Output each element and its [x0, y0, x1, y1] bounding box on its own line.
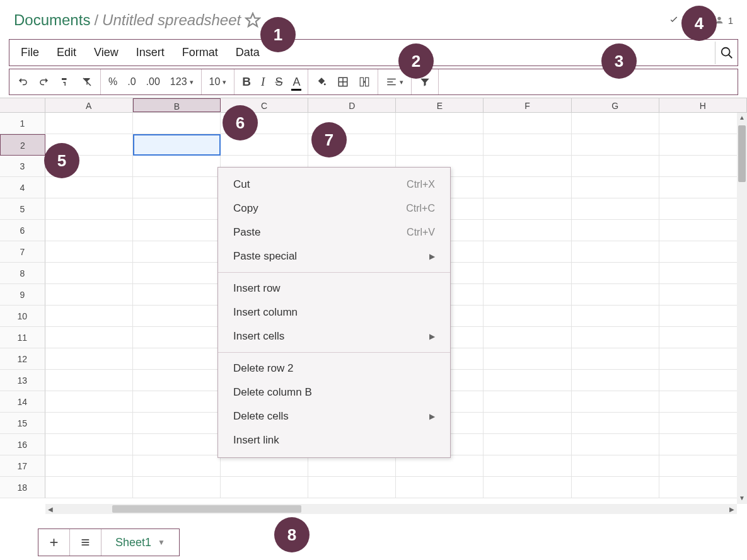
col-header-e[interactable]: E: [396, 98, 484, 112]
cell-B11[interactable]: [133, 327, 221, 348]
italic-button[interactable]: I: [256, 69, 270, 94]
font-color-button[interactable]: A: [287, 69, 305, 94]
cell-H1[interactable]: [659, 113, 747, 134]
cell-B8[interactable]: [133, 263, 221, 284]
cell-F14[interactable]: [484, 391, 571, 413]
cell-G2[interactable]: [572, 134, 659, 156]
cell-B5[interactable]: [133, 198, 221, 220]
cell-F11[interactable]: [484, 327, 571, 348]
col-header-b[interactable]: B: [133, 98, 221, 112]
font-size-select[interactable]: 10: [204, 69, 232, 94]
cell-G3[interactable]: [572, 156, 659, 177]
scroll-right-icon[interactable]: ▶: [727, 506, 737, 513]
context-cut[interactable]: CutCtrl+X: [218, 173, 450, 197]
cell-H11[interactable]: [659, 327, 747, 348]
cell-A7[interactable]: [45, 241, 133, 263]
cell-B13[interactable]: [133, 370, 221, 391]
cell-F13[interactable]: [484, 370, 571, 391]
cell-H7[interactable]: [659, 241, 747, 263]
cell-B4[interactable]: [133, 177, 221, 198]
row-header-17[interactable]: 17: [0, 455, 45, 477]
row-header-14[interactable]: 14: [0, 391, 45, 413]
horizontal-scroll-thumb[interactable]: [112, 505, 301, 513]
cell-B15[interactable]: [133, 413, 221, 434]
cell-G10[interactable]: [572, 306, 659, 327]
cell-A17[interactable]: [45, 455, 133, 477]
context-delete-cells[interactable]: Delete cells▶: [218, 404, 450, 428]
row-header-1[interactable]: 1: [0, 113, 45, 134]
cell-F5[interactable]: [484, 198, 571, 220]
cell-G7[interactable]: [572, 241, 659, 263]
cell-A11[interactable]: [45, 327, 133, 348]
cell-F10[interactable]: [484, 306, 571, 327]
cell-F16[interactable]: [484, 434, 571, 455]
row-header-11[interactable]: 11: [0, 327, 45, 348]
cell-A18[interactable]: [45, 477, 133, 498]
cell-H6[interactable]: [659, 220, 747, 241]
vertical-scrollbar[interactable]: ▲ ▼: [737, 113, 747, 504]
breadcrumb-root[interactable]: Documents: [14, 11, 90, 29]
cell-F2[interactable]: [484, 134, 571, 156]
cell-G1[interactable]: [572, 113, 659, 134]
cell-F7[interactable]: [484, 241, 571, 263]
cell-H9[interactable]: [659, 284, 747, 306]
row-header-16[interactable]: 16: [0, 434, 45, 455]
row-header-4[interactable]: 4: [0, 177, 45, 198]
cell-G13[interactable]: [572, 370, 659, 391]
chevron-down-icon[interactable]: ▼: [158, 538, 165, 547]
cell-A9[interactable]: [45, 284, 133, 306]
percent-button[interactable]: %: [103, 69, 122, 94]
context-copy[interactable]: CopyCtrl+C: [218, 197, 450, 220]
cell-A5[interactable]: [45, 198, 133, 220]
cell-G18[interactable]: [572, 477, 659, 498]
cell-E18[interactable]: [396, 477, 484, 498]
cell-B18[interactable]: [133, 477, 221, 498]
horizontal-scrollbar[interactable]: ◀ ▶: [45, 504, 737, 514]
cell-B9[interactable]: [133, 284, 221, 306]
row-header-5[interactable]: 5: [0, 198, 45, 220]
cell-B7[interactable]: [133, 241, 221, 263]
row-header-15[interactable]: 15: [0, 413, 45, 434]
row-header-10[interactable]: 10: [0, 306, 45, 327]
cell-B17[interactable]: [133, 455, 221, 477]
cell-G5[interactable]: [572, 198, 659, 220]
cell-H4[interactable]: [659, 177, 747, 198]
col-header-g[interactable]: G: [572, 98, 659, 112]
cell-F12[interactable]: [484, 348, 571, 370]
menu-view[interactable]: View: [85, 43, 127, 62]
cell-B10[interactable]: [133, 306, 221, 327]
col-header-f[interactable]: F: [484, 98, 571, 112]
context-delete-column[interactable]: Delete column B: [218, 380, 450, 404]
cell-H14[interactable]: [659, 391, 747, 413]
search-button[interactable]: [715, 42, 738, 64]
cell-G15[interactable]: [572, 413, 659, 434]
decrease-decimal-button[interactable]: .0: [122, 69, 141, 94]
cell-B6[interactable]: [133, 220, 221, 241]
scroll-left-icon[interactable]: ◀: [45, 506, 55, 513]
borders-button[interactable]: [332, 69, 354, 94]
merge-cells-button[interactable]: [354, 69, 375, 94]
cell-F18[interactable]: [484, 477, 571, 498]
clear-format-button[interactable]: [76, 69, 98, 94]
vertical-scroll-thumb[interactable]: [738, 125, 746, 182]
cell-A10[interactable]: [45, 306, 133, 327]
context-paste-special[interactable]: Paste special▶: [218, 244, 450, 268]
row-header-2[interactable]: 2: [0, 134, 45, 156]
sheet-tab-1[interactable]: Sheet1 ▼: [101, 529, 179, 556]
row-header-6[interactable]: 6: [0, 220, 45, 241]
menu-edit[interactable]: Edit: [48, 43, 85, 62]
bold-button[interactable]: B: [237, 69, 256, 94]
cell-B16[interactable]: [133, 434, 221, 455]
cell-G16[interactable]: [572, 434, 659, 455]
col-header-a[interactable]: A: [45, 98, 133, 112]
all-sheets-button[interactable]: ≡: [70, 529, 101, 556]
cell-A12[interactable]: [45, 348, 133, 370]
cell-B1[interactable]: [133, 113, 221, 134]
cell-H2[interactable]: [659, 134, 747, 156]
context-insert-link[interactable]: Insert link: [218, 428, 450, 452]
cell-H10[interactable]: [659, 306, 747, 327]
document-title[interactable]: Untitled spreadsheet: [102, 11, 241, 29]
add-sheet-button[interactable]: +: [38, 529, 70, 556]
cell-B3[interactable]: [133, 156, 221, 177]
fill-color-button[interactable]: [311, 69, 332, 94]
